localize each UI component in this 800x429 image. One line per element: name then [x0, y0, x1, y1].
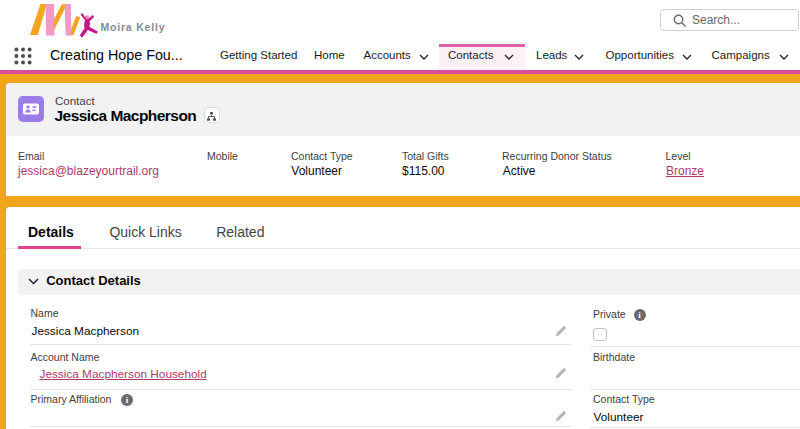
svg-text:Moira Kelly: Moira Kelly	[101, 21, 166, 33]
